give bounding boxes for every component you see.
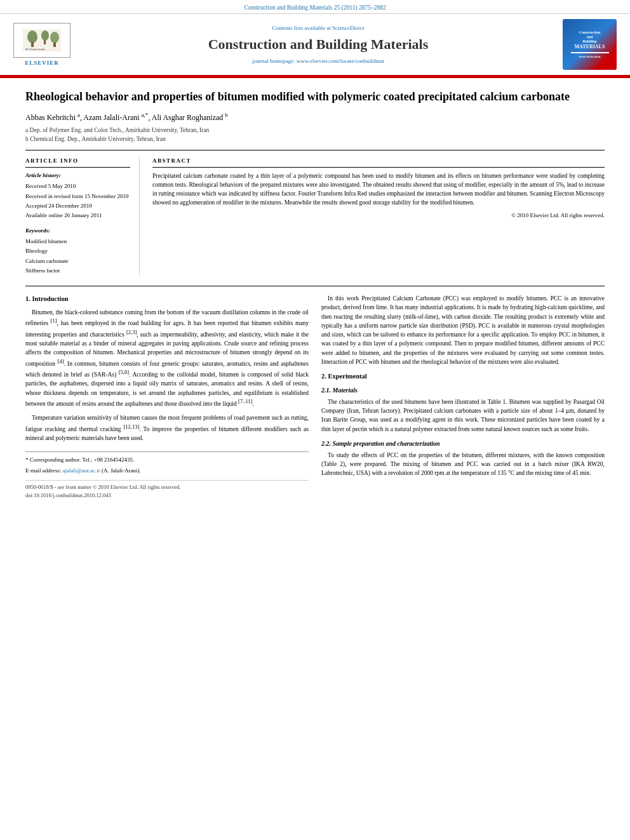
footnote-section: * Corresponding author. Tel.: +98 216454…	[25, 451, 309, 475]
logo-image: Ne Extra Aedes	[13, 23, 70, 58]
top-bar: Construction and Building Materials 25 (…	[0, 0, 630, 14]
section1-para2: Temperature variation sensitivity of bit…	[25, 413, 309, 443]
badge-footer: ISSN 0950-0618	[579, 55, 600, 60]
journal-badge-area: Construction and Building MATERIALS ISSN…	[563, 19, 620, 70]
abstract-heading: ABSTRACT	[152, 157, 605, 168]
homepage-url[interactable]: www.elsevier.com/locate/conbuildmat	[297, 58, 384, 64]
keyword-4: Stiffness factor	[25, 266, 130, 276]
keyword-1: Modified bitumen	[25, 237, 130, 246]
journal-reference: Construction and Building Materials 25 (…	[244, 4, 385, 11]
svg-rect-4	[44, 40, 46, 44]
right-column-abstract: ABSTRACT Precipitated calcium carbonate …	[152, 157, 605, 276]
badge-divider	[571, 52, 609, 53]
accepted-date: Accepted 24 December 2010	[25, 201, 130, 211]
svg-text:Ne Extra Aedes: Ne Extra Aedes	[25, 48, 45, 51]
sciencedirect-anchor[interactable]: ScienceDirect	[332, 25, 364, 31]
article-history-dates: Received 5 May 2010 Received in revised …	[25, 182, 130, 220]
copyright-text: 0950-0618/$ - see front matter © 2010 El…	[25, 483, 309, 491]
svg-rect-2	[31, 42, 34, 47]
journal-badge: Construction and Building MATERIALS ISSN…	[563, 19, 617, 70]
received-date: Received 5 May 2010	[25, 182, 130, 191]
keyword-2: Rheology	[25, 246, 130, 256]
section1-para1-text: Bitumen, the black-colored substance com…	[25, 309, 309, 407]
abstract-body: Precipitated calcium carbonate coated by…	[152, 171, 605, 220]
article-history-label: Article history:	[25, 171, 130, 180]
svg-point-1	[27, 30, 37, 43]
affil-2: b Chemical Eng. Dep., Amirkabir Universi…	[25, 135, 605, 143]
authors-line: Abbas Kebritchi a, Azam Jalali-Arani a,*…	[25, 111, 605, 123]
article-info-heading: ARTICLE INFO	[25, 157, 130, 168]
ref12-13: [12,13]	[124, 423, 140, 430]
ref4: [4]	[57, 358, 64, 364]
affiliations: a Dep. of Polymer Eng. and Color Tech., …	[25, 126, 605, 144]
main-content: 1. Introduction Bitumen, the black-color…	[25, 286, 605, 499]
svg-rect-6	[53, 43, 56, 47]
journal-name: Construction and Building Materials	[80, 35, 556, 55]
section1-heading: 1. Introduction	[25, 294, 309, 304]
sciencedirect-link: Contents lists available at ScienceDirec…	[80, 24, 556, 32]
section22-text: To study the effects of PCC on the prope…	[321, 452, 605, 477]
affil-1: a Dep. of Polymer Eng. and Color Tech., …	[25, 126, 605, 135]
section21-text: The characteristics of the used bitumens…	[321, 399, 605, 432]
keyword-3: Calcium carbonate	[25, 257, 130, 266]
abstract-copyright: © 2010 Elsevier Ltd. All rights reserved…	[152, 211, 605, 220]
badge-main-text: MATERIALS	[575, 44, 605, 50]
journal-homepage: journal homepage: www.elsevier.com/locat…	[80, 57, 556, 65]
ref23: [2,3]	[126, 329, 137, 335]
section1-para1: Bitumen, the black-colored substance com…	[25, 308, 309, 408]
elsevier-wordmark: ELSEVIER	[25, 59, 59, 67]
section2-intro-text: In this work Precipitated Calcium Carbon…	[321, 295, 605, 365]
ref7-11: [7–11]	[238, 398, 252, 404]
main-right-column: In this work Precipitated Calcium Carbon…	[321, 294, 605, 499]
article-title: Rheological behavior and properties of b…	[25, 90, 605, 104]
article-info-abstract: ARTICLE INFO Article history: Received 5…	[25, 150, 605, 276]
footnote-corresponding: * Corresponding author. Tel.: +98 216454…	[25, 456, 309, 465]
left-column: ARTICLE INFO Article history: Received 5…	[25, 157, 140, 276]
svg-point-5	[50, 32, 59, 43]
main-left-column: 1. Introduction Bitumen, the black-color…	[25, 294, 309, 499]
journal-title-area: Contents lists available at ScienceDirec…	[80, 24, 556, 65]
section1-para2-text: Temperature variation sensitivity of bit…	[25, 415, 309, 441]
tree-svg: Ne Extra Aedes	[23, 29, 61, 51]
svg-point-3	[41, 30, 49, 41]
elsevier-logo: Ne Extra Aedes ELSEVIER	[10, 23, 74, 67]
keywords-section: Keywords: Modified bitumen Rheology Calc…	[25, 227, 130, 276]
revised-date: Received in revised form 15 November 201…	[25, 192, 130, 201]
abstract-text-content: Precipitated calcium carbonate coated by…	[152, 173, 605, 206]
footnote-email: E-mail address: ajalali@aut.ac.ir (A. Ja…	[25, 467, 309, 476]
author-names: Abbas Kebritchi a, Azam Jalali-Arani a,*…	[25, 113, 228, 122]
copyright-bar: 0950-0618/$ - see front matter © 2010 El…	[25, 480, 309, 500]
elsevier-logo-area: Ne Extra Aedes ELSEVIER	[10, 23, 74, 67]
journal-header: Ne Extra Aedes ELSEVIER Contents lists a…	[0, 14, 630, 76]
email-link[interactable]: ajalali@aut.ac.ir	[62, 467, 100, 474]
section21-heading: 2.1. Materials	[321, 385, 605, 395]
section22-para: To study the effects of PCC on the prope…	[321, 451, 605, 478]
available-date: Available online 26 January 2011	[25, 211, 130, 220]
section21-para: The characteristics of the used bitumens…	[321, 397, 605, 434]
ref56: [5,6]	[119, 369, 129, 375]
ref1: [1]	[51, 317, 57, 324]
article-body: Rheological behavior and properties of b…	[0, 78, 630, 512]
keywords-label: Keywords:	[25, 227, 130, 235]
section2-intro-para: In this work Precipitated Calcium Carbon…	[321, 294, 605, 366]
doi-text: doi:10.1016/j.conbuildmat.2010.12.043	[25, 491, 309, 500]
section22-heading: 2.2. Sample preparation and characteriza…	[321, 439, 605, 448]
section2-heading: 2. Experimental	[321, 371, 605, 382]
